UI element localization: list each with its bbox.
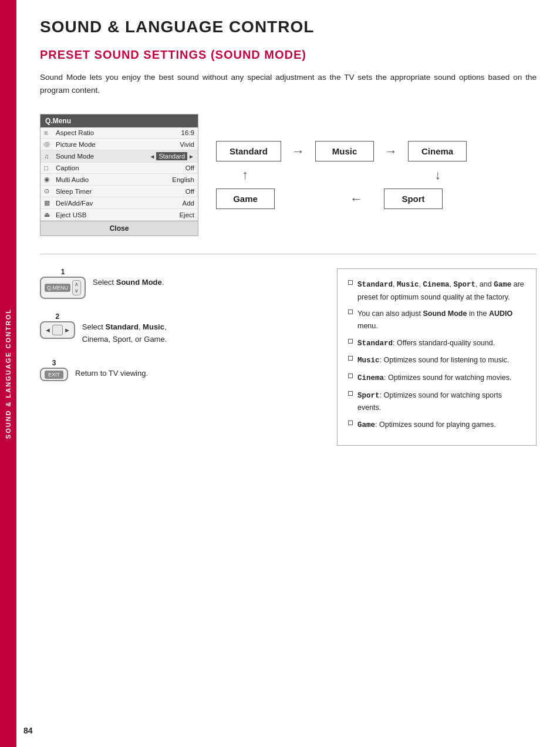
- sidebar: SOUND & LANGUAGE CONTROL: [0, 0, 16, 747]
- info-item-5-text: Cinema: Optimizes sound for watching mov…: [357, 372, 525, 385]
- eject-usb-label: Eject USB: [56, 211, 179, 218]
- section-title: PRESET SOUND SETTINGS (SOUND MODE): [40, 48, 537, 62]
- diagram-area: Q.Menu ≡ Aspect Ratio 16:9 ◎ Picture Mod…: [40, 114, 537, 236]
- info-item-6: Sport: Optimizes sound for watching spor…: [348, 389, 525, 414]
- page-title: SOUND & LANGUAGE CONTROL: [40, 18, 537, 36]
- flow-node-cinema: Cinema: [408, 141, 467, 161]
- flow-row-bottom: Game Sport: [216, 189, 467, 209]
- nav-down-icon: ∨: [75, 288, 79, 294]
- arrow-sport-game: [350, 191, 363, 207]
- sleep-timer-icon: ⊙: [44, 187, 56, 195]
- info-item-7-text: Game: Optimizes sound for playing games.: [357, 419, 525, 432]
- sleep-timer-label: Sleep Timer: [56, 188, 185, 195]
- nav-up-icon: ∧: [75, 281, 79, 288]
- info-bullet-5: [348, 374, 353, 378]
- step-2-number: 2: [56, 313, 60, 320]
- info-bullet-4: [348, 356, 353, 361]
- caption-icon: □: [44, 164, 56, 171]
- step-2: 2 ◄ ► Select Standard, Music,Cinema, Spo…: [40, 313, 319, 346]
- sound-mode-label: Sound Mode: [56, 153, 150, 160]
- qmenu-row: ⏏ Eject USB Eject: [41, 209, 198, 221]
- sleep-timer-value: Off: [185, 188, 194, 195]
- info-item-5: Cinema: Optimizes sound for watching mov…: [348, 372, 525, 385]
- info-bullet-7: [348, 420, 353, 425]
- info-item-3: Standard: Offers standard-quality sound.: [348, 337, 525, 350]
- picture-mode-icon: ◎: [44, 140, 56, 148]
- qmenu-row: ▦ Del/Add/Fav Add: [41, 197, 198, 209]
- qmenu-row: ◉ Multi Audio English: [41, 174, 198, 186]
- intro-text: Sound Mode lets you enjoy the best sound…: [40, 71, 537, 96]
- aspect-ratio-icon: ≡: [44, 129, 56, 136]
- info-bullet-2: [348, 309, 353, 314]
- steps-area: 1 Q.MENU ∧ ∨ Select Sound Mode.: [40, 268, 537, 446]
- info-bullet-1: [348, 280, 353, 285]
- multi-audio-icon: ◉: [44, 176, 56, 183]
- eject-usb-value: Eject: [179, 211, 194, 218]
- info-item-2: You can also adjust Sound Mode in the AU…: [348, 308, 525, 332]
- qmenu-row: ≡ Aspect Ratio 16:9: [41, 127, 198, 139]
- left-arrow: ◄: [150, 153, 156, 160]
- step-1-text: Select Sound Mode.: [93, 268, 164, 289]
- flow-row-middle: [216, 167, 467, 183]
- qmenu-close-button[interactable]: Close: [41, 221, 198, 235]
- flow-node-game: Game: [216, 189, 275, 209]
- picture-mode-label: Picture Mode: [56, 141, 180, 148]
- arrow-standard-music: [292, 144, 305, 159]
- arrow-music-cinema: [384, 144, 397, 159]
- steps-left: 1 Q.MENU ∧ ∨ Select Sound Mode.: [40, 268, 319, 446]
- exit-button-icon: EXIT: [45, 371, 63, 379]
- info-bullet-6: [348, 391, 353, 396]
- info-item-4-text: Music: Optimizes sound for listening to …: [357, 354, 525, 367]
- qmenu-row: □ Caption Off: [41, 163, 198, 174]
- ok-button-icon: [52, 325, 63, 335]
- sound-mode-icon: ♫: [44, 153, 56, 160]
- flow-node-standard: Standard: [216, 141, 281, 161]
- info-item-3-text: Standard: Offers standard-quality sound.: [357, 337, 525, 350]
- step-2-icon-group: 2 ◄ ►: [40, 313, 75, 339]
- info-item-2-text: You can also adjust Sound Mode in the AU…: [357, 308, 525, 332]
- info-item-4: Music: Optimizes sound for listening to …: [348, 354, 525, 367]
- info-item-7: Game: Optimizes sound for playing games.: [348, 419, 525, 432]
- nav-button-icon: ∧ ∨: [72, 280, 81, 295]
- qmenu-row-sound-mode: ♫ Sound Mode ◄ Standard ►: [41, 150, 198, 163]
- info-item-6-text: Sport: Optimizes sound for watching spor…: [357, 389, 525, 414]
- sidebar-label: SOUND & LANGUAGE CONTROL: [5, 308, 12, 439]
- sound-mode-value: ◄ Standard ►: [150, 152, 194, 160]
- step-1-number: 1: [61, 268, 65, 275]
- arrow-game-standard: [242, 167, 248, 183]
- sound-mode-selected: Standard: [156, 152, 187, 160]
- step-3: 3 EXIT Return to TV viewing.: [40, 359, 319, 381]
- step-1-icon: Q.MENU ∧ ∨: [40, 277, 86, 299]
- step-3-text: Return to TV viewing.: [75, 359, 148, 380]
- multi-audio-label: Multi Audio: [56, 176, 172, 183]
- qmenu-icon-group: Q.MENU ∧ ∨: [45, 280, 81, 295]
- right-nav-icon: ►: [64, 327, 70, 334]
- divider: [40, 254, 537, 254]
- lr-nav-icon-group: ◄ ►: [45, 325, 70, 335]
- eject-usb-icon: ⏏: [44, 211, 56, 218]
- qmenu-title: Q.Menu: [41, 115, 198, 127]
- step-3-icon: EXIT: [40, 368, 68, 381]
- qmenu-button-icon: Q.MENU: [45, 284, 70, 292]
- flow-node-sport: Sport: [384, 189, 443, 209]
- del-add-fav-label: Del/Add/Fav: [56, 200, 183, 207]
- aspect-ratio-label: Aspect Ratio: [56, 129, 181, 136]
- arrow-cinema-sport: [434, 167, 441, 183]
- info-item-1: Standard, Music, Cinema, Sport, and Game…: [348, 278, 525, 303]
- picture-mode-value: Vivid: [180, 141, 194, 148]
- caption-label: Caption: [56, 164, 185, 171]
- flow-row-top: Standard Music Cinema: [216, 141, 467, 161]
- info-item-1-text: Standard, Music, Cinema, Sport, and Game…: [357, 278, 525, 303]
- page-number: 84: [23, 726, 33, 735]
- flow-diagram: Standard Music Cinema Game Sport: [216, 141, 467, 209]
- qmenu-box: Q.Menu ≡ Aspect Ratio 16:9 ◎ Picture Mod…: [40, 114, 198, 236]
- qmenu-row: ◎ Picture Mode Vivid: [41, 139, 198, 150]
- info-bullet-3: [348, 339, 353, 344]
- step-3-icon-group: 3 EXIT: [40, 359, 68, 381]
- step-1: 1 Q.MENU ∧ ∨ Select Sound Mode.: [40, 268, 319, 299]
- del-add-fav-icon: ▦: [44, 199, 56, 207]
- step-3-number: 3: [52, 359, 56, 366]
- step-2-icon: ◄ ►: [40, 321, 75, 339]
- info-box: Standard, Music, Cinema, Sport, and Game…: [337, 268, 537, 446]
- qmenu-row: ⊙ Sleep Timer Off: [41, 186, 198, 197]
